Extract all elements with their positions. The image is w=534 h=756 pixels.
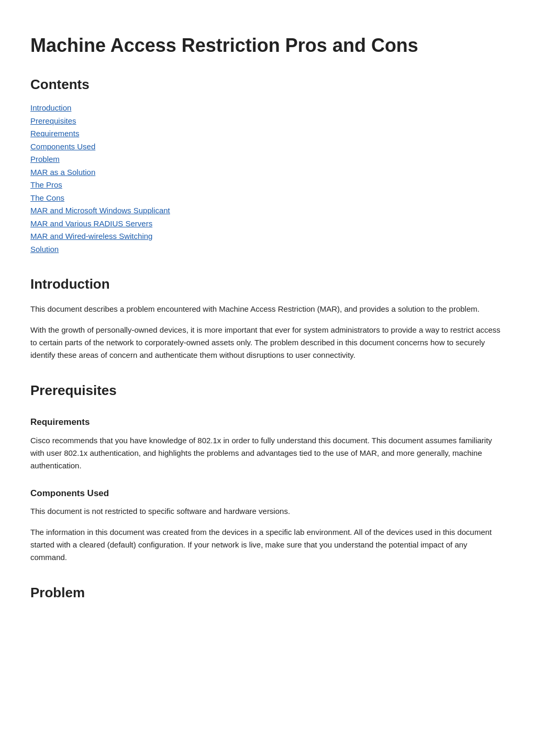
list-item[interactable]: Requirements xyxy=(30,128,504,140)
toc-link-prerequisites[interactable]: Prerequisites xyxy=(30,116,76,125)
list-item[interactable]: MAR and Wired-wireless Switching xyxy=(30,231,504,243)
requirements-subheading: Requirements xyxy=(30,415,504,429)
toc-link-the-cons[interactable]: The Cons xyxy=(30,193,64,202)
list-item[interactable]: The Pros xyxy=(30,179,504,191)
list-item[interactable]: Introduction xyxy=(30,102,504,114)
problem-heading: Problem xyxy=(30,583,504,603)
list-item[interactable]: Solution xyxy=(30,244,504,256)
toc-link-mar-radius[interactable]: MAR and Various RADIUS Servers xyxy=(30,219,152,228)
components-used-para-1: This document is not restricted to speci… xyxy=(30,505,504,518)
requirements-subsection: Requirements Cisco recommends that you h… xyxy=(30,415,504,472)
toc-link-introduction[interactable]: Introduction xyxy=(30,103,71,112)
list-item[interactable]: The Cons xyxy=(30,192,504,204)
prerequisites-section: Prerequisites Requirements Cisco recomme… xyxy=(30,380,504,564)
requirements-para-1: Cisco recommends that you have knowledge… xyxy=(30,434,504,472)
list-item[interactable]: MAR and Microsoft Windows Supplicant xyxy=(30,205,504,217)
toc-link-solution[interactable]: Solution xyxy=(30,245,59,254)
introduction-heading: Introduction xyxy=(30,274,504,294)
introduction-para-1: This document describes a problem encoun… xyxy=(30,303,504,315)
introduction-para-2: With the growth of personally-owned devi… xyxy=(30,324,504,361)
problem-section: Problem xyxy=(30,583,504,603)
toc-link-components-used[interactable]: Components Used xyxy=(30,142,95,151)
introduction-section: Introduction This document describes a p… xyxy=(30,274,504,361)
page-title: Machine Access Restriction Pros and Cons xyxy=(30,31,504,60)
list-item[interactable]: Prerequisites xyxy=(30,115,504,127)
toc-list: Introduction Prerequisites Requirements … xyxy=(30,102,504,255)
toc-link-the-pros[interactable]: The Pros xyxy=(30,180,62,189)
prerequisites-heading: Prerequisites xyxy=(30,380,504,401)
toc-link-mar-solution[interactable]: MAR as a Solution xyxy=(30,168,95,177)
components-used-subheading: Components Used xyxy=(30,487,504,500)
list-item[interactable]: Problem xyxy=(30,154,504,166)
list-item[interactable]: MAR as a Solution xyxy=(30,167,504,179)
contents-heading: Contents xyxy=(30,74,504,95)
components-used-para-2: The information in this document was cre… xyxy=(30,526,504,564)
toc-link-requirements[interactable]: Requirements xyxy=(30,129,79,138)
list-item[interactable]: Components Used xyxy=(30,141,504,153)
components-used-subsection: Components Used This document is not res… xyxy=(30,487,504,564)
toc-link-problem[interactable]: Problem xyxy=(30,155,60,163)
toc-link-mar-wired[interactable]: MAR and Wired-wireless Switching xyxy=(30,232,152,240)
list-item[interactable]: MAR and Various RADIUS Servers xyxy=(30,218,504,230)
toc-link-mar-windows[interactable]: MAR and Microsoft Windows Supplicant xyxy=(30,206,170,215)
table-of-contents: Contents Introduction Prerequisites Requ… xyxy=(30,74,504,255)
